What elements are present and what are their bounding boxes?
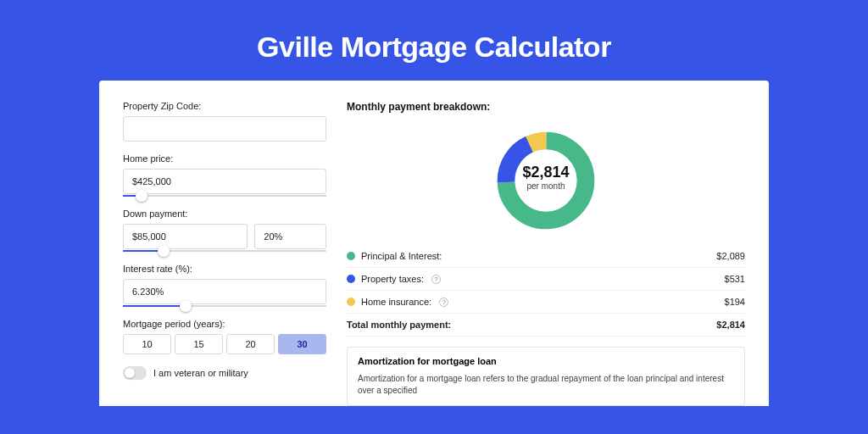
- home-price-label: Home price:: [123, 153, 326, 164]
- zip-field-block: Property Zip Code:: [123, 101, 326, 142]
- legend-amount: $2,089: [716, 251, 745, 261]
- calculator-card: Property Zip Code: Home price: Down paym…: [99, 81, 769, 406]
- down-payment-pct-input[interactable]: [254, 224, 326, 249]
- interest-block: Interest rate (%):: [123, 264, 326, 307]
- legend-amount: $194: [725, 297, 745, 307]
- legend-row-principal: Principal & Interest: $2,089: [347, 245, 745, 268]
- legend-label: Home insurance:: [361, 297, 431, 307]
- info-icon[interactable]: ?: [431, 275, 441, 284]
- amortization-box: Amortization for mortgage loan Amortizat…: [347, 347, 745, 406]
- legend-label: Property taxes:: [361, 274, 424, 284]
- total-label: Total monthly payment:: [347, 320, 451, 330]
- dot-icon: [347, 252, 355, 260]
- breakdown-column: Monthly payment breakdown: $2,814 per mo…: [347, 101, 745, 406]
- amortization-text: Amortization for a mortgage loan refers …: [358, 373, 734, 397]
- total-amount: $2,814: [716, 320, 745, 330]
- period-group: 10 15 20 30: [123, 334, 326, 354]
- dot-icon: [347, 275, 355, 283]
- slider-thumb[interactable]: [136, 190, 147, 202]
- page-title: Gville Mortgage Calculator: [0, 0, 868, 81]
- down-payment-input[interactable]: [123, 224, 248, 249]
- zip-label: Property Zip Code:: [123, 101, 326, 111]
- period-option-20[interactable]: 20: [226, 334, 275, 354]
- legend-row-total: Total monthly payment: $2,814: [347, 314, 745, 337]
- interest-label: Interest rate (%):: [123, 264, 326, 274]
- info-icon[interactable]: ?: [439, 298, 448, 307]
- breakdown-title: Monthly payment breakdown:: [347, 101, 745, 113]
- veteran-row: I am veteran or military: [123, 366, 326, 380]
- legend-row-insurance: Home insurance: ? $194: [347, 291, 745, 314]
- legend-amount: $531: [725, 274, 745, 284]
- period-option-10[interactable]: 10: [123, 334, 171, 354]
- slider-thumb[interactable]: [158, 245, 170, 257]
- legend-label: Principal & Interest:: [361, 251, 442, 261]
- home-price-slider[interactable]: [123, 195, 326, 197]
- amortization-title: Amortization for mortgage loan: [358, 356, 734, 366]
- dot-icon: [347, 298, 355, 306]
- down-payment-block: Down payment:: [123, 209, 326, 252]
- down-payment-slider[interactable]: [123, 250, 326, 252]
- donut-center-sub: per month: [493, 181, 598, 191]
- slider-thumb[interactable]: [180, 300, 192, 312]
- veteran-toggle[interactable]: [123, 366, 147, 380]
- interest-input[interactable]: [123, 279, 326, 304]
- home-price-input[interactable]: [123, 169, 326, 194]
- down-payment-label: Down payment:: [123, 209, 326, 219]
- home-price-block: Home price:: [123, 153, 326, 197]
- legend-row-taxes: Property taxes: ? $531: [347, 268, 745, 291]
- veteran-label: I am veteran or military: [153, 368, 248, 378]
- zip-input[interactable]: [123, 116, 326, 142]
- period-option-15[interactable]: 15: [175, 334, 223, 354]
- period-label: Mortgage period (years):: [123, 319, 326, 329]
- interest-slider[interactable]: [123, 305, 326, 307]
- period-option-30[interactable]: 30: [278, 334, 326, 354]
- inputs-column: Property Zip Code: Home price: Down paym…: [123, 101, 326, 406]
- period-block: Mortgage period (years): 10 15 20 30: [123, 319, 326, 354]
- donut-center-amount: $2,814: [493, 164, 598, 181]
- donut-chart: $2,814 per month: [347, 121, 745, 240]
